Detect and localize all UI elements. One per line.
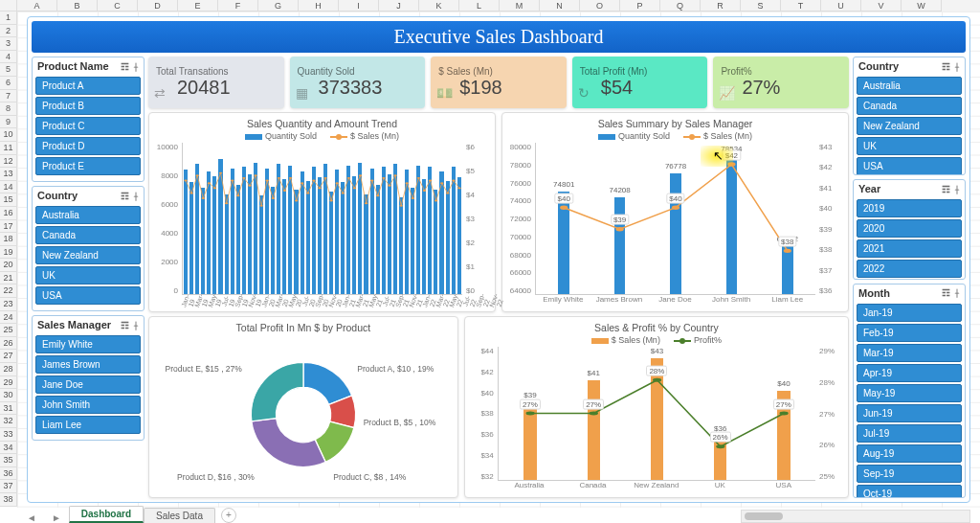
chart-trend[interactable]: Sales Quantity and Amount Trend Quantity… (148, 112, 496, 312)
slicer-item[interactable]: Product D (35, 137, 141, 155)
add-sheet-button[interactable]: + (221, 508, 236, 523)
svg-point-11 (248, 185, 252, 187)
slicer-item[interactable]: Australia (35, 206, 141, 224)
slicer-title: Product Name (37, 60, 109, 72)
slicer-item[interactable]: 2020 (857, 219, 962, 238)
svg-point-29 (353, 187, 357, 189)
multi-select-icon[interactable]: ☶ (121, 191, 129, 201)
slicer-item[interactable]: Aug-19 (857, 444, 962, 463)
slicer-item[interactable]: Oct-19 (857, 485, 962, 497)
slicer-item[interactable]: New Zealand (857, 117, 962, 135)
slicer-item[interactable]: Product E (35, 157, 141, 175)
slicer-item[interactable]: Apr-19 (857, 364, 962, 382)
slicer-item[interactable]: Canada (35, 226, 141, 244)
svg-point-43 (434, 200, 438, 202)
svg-point-13 (259, 205, 263, 207)
slicer-item[interactable]: Product B (35, 97, 141, 115)
clear-filter-icon[interactable]: ⟊ (133, 320, 139, 330)
slicer-item[interactable]: UK (857, 137, 962, 155)
svg-point-14 (265, 180, 269, 182)
svg-point-1 (189, 193, 193, 194)
slicer-item[interactable]: Canada (857, 97, 962, 115)
slicer-item[interactable]: James Brown (35, 355, 141, 374)
kpi-card: Total Profit (Mn)↻$54 (572, 57, 708, 108)
svg-point-46 (452, 180, 456, 182)
kpi-icon: 📈 (719, 85, 735, 101)
clear-filter-icon[interactable]: ⟊ (133, 191, 139, 201)
slicer-item[interactable]: Jan-19 (857, 304, 962, 322)
slicer-item[interactable]: Jul-19 (857, 424, 962, 443)
slicer-item[interactable]: UK (35, 266, 141, 284)
svg-point-26 (335, 182, 339, 184)
slicer-sales-manager[interactable]: Sales Manager☶⟊Emily WhiteJames BrownJan… (32, 315, 145, 441)
slicer-item[interactable]: Feb-19 (857, 324, 962, 342)
multi-select-icon[interactable]: ☶ (942, 61, 950, 72)
slicer-item[interactable]: Emily White (35, 335, 141, 353)
chart-country[interactable]: Sales & Profit % by Country $ Sales (Mn)… (464, 316, 849, 498)
slicer-item[interactable]: Sep-19 (857, 465, 962, 483)
slicer-item[interactable]: 2019 (857, 199, 962, 217)
slicer-product-name[interactable]: Product Name☶⟊Product AProduct BProduct … (32, 57, 145, 182)
kpi-label: $ Sales (Mn) (438, 66, 559, 77)
sheet-nav-next-icon[interactable]: ► (44, 512, 69, 523)
sheet-tab-dashboard[interactable]: Dashboard (69, 506, 144, 523)
slicer-item[interactable]: USA (857, 157, 962, 174)
kpi-card: Quantity Sold▦373383 (290, 57, 426, 108)
sheet-nav-prev-icon[interactable]: ◄ (19, 512, 44, 523)
kpi-value: 373383 (298, 77, 418, 99)
svg-point-37 (399, 205, 403, 207)
multi-select-icon[interactable]: ☶ (121, 61, 129, 72)
kpi-icon: ⇄ (154, 85, 166, 101)
slicer-country[interactable]: Country☶⟊AustraliaCanadaNew ZealandUKUSA (32, 186, 145, 311)
multi-select-icon[interactable]: ☶ (942, 184, 950, 194)
slicer-item[interactable]: Product A (35, 77, 141, 95)
svg-point-52 (784, 249, 791, 253)
clear-filter-icon[interactable]: ⟊ (133, 61, 139, 72)
chart-donut[interactable]: Total Profit In Mn $ by Product Product … (148, 316, 458, 498)
kpi-icon: ▦ (296, 85, 308, 101)
multi-select-icon[interactable]: ☶ (121, 320, 129, 330)
kpi-value: 27% (721, 77, 841, 99)
slicer-year[interactable]: Year☶⟊2019202020212022 (853, 179, 966, 280)
clear-filter-icon[interactable]: ⟊ (954, 184, 960, 194)
slicer-item[interactable]: Product C (35, 117, 141, 135)
clear-filter-icon[interactable]: ⟊ (954, 287, 960, 298)
chart-legend: $ Sales (Mn) Profit% (469, 335, 844, 345)
slicer-item[interactable]: May-19 (857, 384, 962, 402)
slicer-item[interactable]: New Zealand (35, 246, 141, 264)
svg-point-23 (318, 187, 322, 189)
slicer-item[interactable]: Mar-19 (857, 344, 962, 362)
sheet-tabs: ◄ ► Dashboard Sales Data + (19, 508, 236, 523)
slicer-item[interactable]: Liam Lee (35, 416, 141, 434)
dashboard: Executive Sales Dashboard Product Name☶⟊… (27, 16, 970, 503)
slicer-item[interactable]: Jane Doe (35, 375, 141, 394)
slicer-item[interactable]: Australia (857, 77, 962, 95)
slicer-item[interactable]: USA (35, 286, 141, 305)
slicer-month[interactable]: Month☶⟊Jan-19Feb-19Mar-19Apr-19May-19Jun… (853, 284, 966, 498)
slicers-right: Country☶⟊AustraliaCanadaNew ZealandUKUSA… (853, 57, 966, 498)
multi-select-icon[interactable]: ☶ (942, 287, 950, 298)
svg-point-20 (301, 182, 304, 184)
svg-point-44 (440, 182, 444, 184)
dashboard-title: Executive Sales Dashboard (32, 21, 966, 53)
sheet-tab-salesdata[interactable]: Sales Data (144, 508, 215, 523)
horizontal-scrollbar[interactable] (741, 510, 970, 523)
svg-point-55 (653, 378, 661, 382)
column-headers: ABCDEFGHIJKLMNOPQRSTUVW (0, 0, 980, 11)
clear-filter-icon[interactable]: ⟊ (954, 61, 960, 72)
svg-point-7 (225, 202, 229, 204)
chart-manager[interactable]: Sales Summary by Sales Manager Quantity … (501, 112, 849, 312)
kpi-card: Profit%📈27% (713, 57, 849, 108)
svg-point-41 (423, 190, 427, 192)
svg-point-19 (295, 200, 299, 202)
svg-point-39 (412, 197, 415, 199)
donut-slice-label: Product C, $8 , 14% (333, 472, 406, 482)
slicer-item[interactable]: Jun-19 (857, 404, 962, 422)
kpi-label: Quantity Sold (298, 66, 418, 77)
svg-point-6 (219, 172, 223, 174)
slicer-item[interactable]: 2022 (857, 260, 962, 278)
svg-point-53 (525, 412, 534, 416)
slicer-item[interactable]: 2021 (857, 239, 962, 258)
slicer-item[interactable]: John Smith (35, 396, 141, 414)
slicer-country[interactable]: Country☶⟊AustraliaCanadaNew ZealandUKUSA (853, 57, 966, 175)
